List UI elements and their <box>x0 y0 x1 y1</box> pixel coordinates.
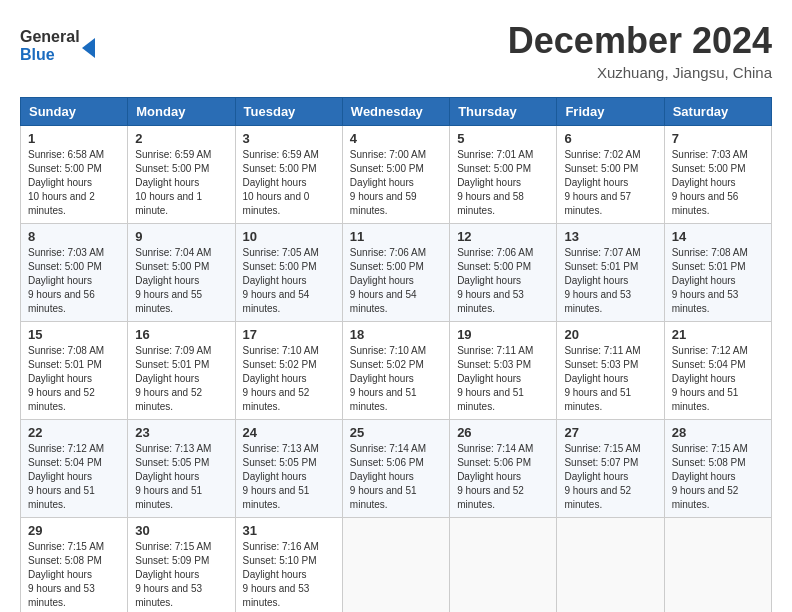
day-number: 18 <box>350 327 442 342</box>
daylight-label: Daylight hours <box>350 275 414 286</box>
day-number: 23 <box>135 425 227 440</box>
day-info: Sunrise: 7:01 AM Sunset: 5:00 PM Dayligh… <box>457 148 549 218</box>
calendar-row: 29 Sunrise: 7:15 AM Sunset: 5:08 PM Dayl… <box>21 518 772 613</box>
daylight-label: Daylight hours <box>672 177 736 188</box>
daylight-value: 10 hours and 0 minutes. <box>243 191 310 216</box>
day-number: 2 <box>135 131 227 146</box>
day-info: Sunrise: 7:10 AM Sunset: 5:02 PM Dayligh… <box>243 344 335 414</box>
sunset-label: Sunset: 5:01 PM <box>135 359 209 370</box>
day-number: 22 <box>28 425 120 440</box>
sunset-label: Sunset: 5:00 PM <box>135 261 209 272</box>
sunrise-label: Sunrise: 7:00 AM <box>350 149 426 160</box>
day-number: 10 <box>243 229 335 244</box>
daylight-value: 9 hours and 52 minutes. <box>672 485 739 510</box>
daylight-label: Daylight hours <box>135 373 199 384</box>
calendar-cell: 7 Sunrise: 7:03 AM Sunset: 5:00 PM Dayli… <box>664 126 771 224</box>
daylight-label: Daylight hours <box>135 275 199 286</box>
daylight-value: 9 hours and 51 minutes. <box>564 387 631 412</box>
sunset-label: Sunset: 5:01 PM <box>672 261 746 272</box>
day-info: Sunrise: 7:03 AM Sunset: 5:00 PM Dayligh… <box>672 148 764 218</box>
day-info: Sunrise: 7:08 AM Sunset: 5:01 PM Dayligh… <box>672 246 764 316</box>
day-number: 31 <box>243 523 335 538</box>
calendar-cell: 28 Sunrise: 7:15 AM Sunset: 5:08 PM Dayl… <box>664 420 771 518</box>
calendar-cell: 19 Sunrise: 7:11 AM Sunset: 5:03 PM Dayl… <box>450 322 557 420</box>
daylight-value: 9 hours and 52 minutes. <box>564 485 631 510</box>
sunset-label: Sunset: 5:00 PM <box>350 163 424 174</box>
day-number: 17 <box>243 327 335 342</box>
day-number: 3 <box>243 131 335 146</box>
day-number: 9 <box>135 229 227 244</box>
day-info: Sunrise: 7:15 AM Sunset: 5:09 PM Dayligh… <box>135 540 227 610</box>
daylight-label: Daylight hours <box>243 471 307 482</box>
sunset-label: Sunset: 5:00 PM <box>135 163 209 174</box>
daylight-label: Daylight hours <box>350 373 414 384</box>
daylight-value: 10 hours and 2 minutes. <box>28 191 95 216</box>
sunset-label: Sunset: 5:10 PM <box>243 555 317 566</box>
daylight-label: Daylight hours <box>135 471 199 482</box>
daylight-value: 9 hours and 56 minutes. <box>672 191 739 216</box>
daylight-value: 10 hours and 1 minute. <box>135 191 202 216</box>
daylight-value: 9 hours and 53 minutes. <box>672 289 739 314</box>
location: Xuzhuang, Jiangsu, China <box>508 64 772 81</box>
sunset-label: Sunset: 5:08 PM <box>28 555 102 566</box>
day-info: Sunrise: 7:03 AM Sunset: 5:00 PM Dayligh… <box>28 246 120 316</box>
calendar-cell: 11 Sunrise: 7:06 AM Sunset: 5:00 PM Dayl… <box>342 224 449 322</box>
calendar-cell: 25 Sunrise: 7:14 AM Sunset: 5:06 PM Dayl… <box>342 420 449 518</box>
sunset-label: Sunset: 5:03 PM <box>564 359 638 370</box>
daylight-label: Daylight hours <box>243 177 307 188</box>
day-number: 5 <box>457 131 549 146</box>
sunset-label: Sunset: 5:02 PM <box>350 359 424 370</box>
daylight-value: 9 hours and 52 minutes. <box>28 387 95 412</box>
month-title: December 2024 <box>508 20 772 62</box>
daylight-value: 9 hours and 58 minutes. <box>457 191 524 216</box>
sunrise-label: Sunrise: 7:15 AM <box>135 541 211 552</box>
day-number: 20 <box>564 327 656 342</box>
day-info: Sunrise: 7:11 AM Sunset: 5:03 PM Dayligh… <box>564 344 656 414</box>
day-number: 19 <box>457 327 549 342</box>
sunrise-label: Sunrise: 7:12 AM <box>28 443 104 454</box>
day-number: 13 <box>564 229 656 244</box>
calendar-row: 8 Sunrise: 7:03 AM Sunset: 5:00 PM Dayli… <box>21 224 772 322</box>
calendar-cell: 4 Sunrise: 7:00 AM Sunset: 5:00 PM Dayli… <box>342 126 449 224</box>
daylight-value: 9 hours and 51 minutes. <box>135 485 202 510</box>
calendar-cell: 31 Sunrise: 7:16 AM Sunset: 5:10 PM Dayl… <box>235 518 342 613</box>
sunrise-label: Sunrise: 7:08 AM <box>672 247 748 258</box>
calendar-cell: 3 Sunrise: 6:59 AM Sunset: 5:00 PM Dayli… <box>235 126 342 224</box>
daylight-value: 9 hours and 59 minutes. <box>350 191 417 216</box>
calendar-cell: 20 Sunrise: 7:11 AM Sunset: 5:03 PM Dayl… <box>557 322 664 420</box>
daylight-label: Daylight hours <box>564 275 628 286</box>
sunset-label: Sunset: 5:01 PM <box>564 261 638 272</box>
daylight-value: 9 hours and 51 minutes. <box>243 485 310 510</box>
calendar-cell: 13 Sunrise: 7:07 AM Sunset: 5:01 PM Dayl… <box>557 224 664 322</box>
calendar-cell: 16 Sunrise: 7:09 AM Sunset: 5:01 PM Dayl… <box>128 322 235 420</box>
sunrise-label: Sunrise: 7:09 AM <box>135 345 211 356</box>
day-info: Sunrise: 7:05 AM Sunset: 5:00 PM Dayligh… <box>243 246 335 316</box>
day-info: Sunrise: 7:10 AM Sunset: 5:02 PM Dayligh… <box>350 344 442 414</box>
sunset-label: Sunset: 5:00 PM <box>243 163 317 174</box>
daylight-label: Daylight hours <box>350 471 414 482</box>
daylight-label: Daylight hours <box>28 177 92 188</box>
day-info: Sunrise: 7:16 AM Sunset: 5:10 PM Dayligh… <box>243 540 335 610</box>
day-info: Sunrise: 7:15 AM Sunset: 5:08 PM Dayligh… <box>28 540 120 610</box>
daylight-label: Daylight hours <box>243 569 307 580</box>
day-number: 28 <box>672 425 764 440</box>
sunset-label: Sunset: 5:04 PM <box>672 359 746 370</box>
calendar-cell: 15 Sunrise: 7:08 AM Sunset: 5:01 PM Dayl… <box>21 322 128 420</box>
calendar-cell: 17 Sunrise: 7:10 AM Sunset: 5:02 PM Dayl… <box>235 322 342 420</box>
calendar-cell <box>664 518 771 613</box>
daylight-label: Daylight hours <box>243 373 307 384</box>
daylight-value: 9 hours and 53 minutes. <box>135 583 202 608</box>
sunrise-label: Sunrise: 7:11 AM <box>564 345 640 356</box>
calendar-cell: 27 Sunrise: 7:15 AM Sunset: 5:07 PM Dayl… <box>557 420 664 518</box>
sunrise-label: Sunrise: 7:13 AM <box>243 443 319 454</box>
svg-text:Blue: Blue <box>20 46 55 63</box>
daylight-value: 9 hours and 53 minutes. <box>243 583 310 608</box>
col-wednesday: Wednesday <box>342 98 449 126</box>
day-info: Sunrise: 7:09 AM Sunset: 5:01 PM Dayligh… <box>135 344 227 414</box>
sunset-label: Sunset: 5:03 PM <box>457 359 531 370</box>
sunset-label: Sunset: 5:02 PM <box>243 359 317 370</box>
day-number: 1 <box>28 131 120 146</box>
sunrise-label: Sunrise: 7:11 AM <box>457 345 533 356</box>
day-info: Sunrise: 7:06 AM Sunset: 5:00 PM Dayligh… <box>457 246 549 316</box>
calendar-row: 15 Sunrise: 7:08 AM Sunset: 5:01 PM Dayl… <box>21 322 772 420</box>
